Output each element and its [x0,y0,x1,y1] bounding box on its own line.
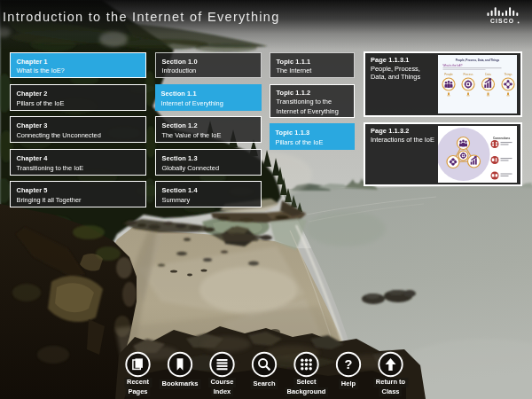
svg-text:Connections: Connections [493,136,511,139]
svg-text:Data: Data [485,72,491,75]
svg-text:Things: Things [504,72,512,75]
svg-text:People, Process, Data, and Thi: People, Process, Data, and Things [455,58,499,61]
svg-text:Process: Process [463,72,473,75]
svg-text:CISCO: CISCO [490,18,514,24]
svg-text:What is the IoE?: What is the IoE? [442,63,462,66]
svg-text:People: People [444,72,453,75]
svg-text:?: ? [345,357,353,372]
